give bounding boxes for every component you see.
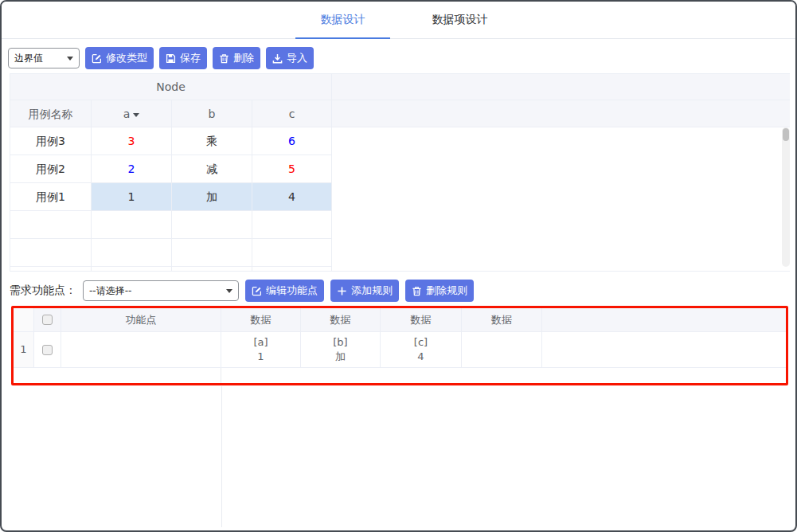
table-row-empty[interactable]	[10, 211, 790, 239]
column-header-feature-point: 功能点	[61, 308, 221, 331]
highlight-annotation-box: 功能点 数据 数据 数据 数据 1 [a] 1 [b] 加	[11, 306, 788, 385]
cell-empty	[172, 267, 252, 272]
edit-feature-point-button[interactable]: 编辑功能点	[245, 280, 324, 302]
cell-empty[interactable]	[10, 211, 92, 239]
cases-table: Node 用例名称 a b c 用例3 3 乘 6 用例2 2 减 5 用例1 …	[10, 73, 790, 272]
column-header-c: c	[252, 100, 332, 127]
select-all-cell	[34, 308, 61, 331]
cell-empty[interactable]	[172, 239, 252, 267]
cell-data-empty[interactable]	[462, 332, 542, 367]
import-icon	[272, 53, 283, 64]
cell-empty[interactable]	[252, 211, 332, 239]
table-row[interactable]: 用例2 2 减 5	[10, 155, 790, 183]
cell-data-a-key: [a]	[253, 335, 268, 350]
cell-b[interactable]: 乘	[172, 127, 252, 155]
sort-caret-icon[interactable]	[133, 113, 139, 117]
cell-b[interactable]: 加	[172, 183, 252, 211]
table-row-empty	[10, 267, 790, 272]
cell-case-name[interactable]: 用例2	[10, 155, 92, 183]
row-number-header	[14, 308, 34, 331]
column-header-a[interactable]: a	[92, 100, 172, 127]
cell-c[interactable]: 5	[252, 155, 332, 183]
table-row-selected[interactable]: 用例1 1 加 4	[10, 183, 790, 211]
chevron-down-icon	[226, 289, 232, 293]
app-window: 数据设计 数据项设计 边界值 修改类型 保存 删除 导入 Node	[0, 0, 797, 532]
cell-data-b[interactable]: [b] 加	[301, 332, 381, 367]
cell-feature-point[interactable]	[61, 332, 221, 367]
save-label: 保存	[180, 51, 201, 65]
cases-table-group-header: Node	[10, 73, 790, 100]
row-filler	[542, 332, 786, 367]
import-label: 导入	[287, 51, 307, 65]
header-filler	[542, 308, 786, 331]
cases-table-body: 用例3 3 乘 6 用例2 2 减 5 用例1 1 加 4	[10, 127, 790, 272]
delete-button[interactable]: 删除	[213, 47, 260, 69]
scrollbar-thumb[interactable]	[783, 128, 789, 141]
rules-table-header: 功能点 数据 数据 数据 数据	[14, 308, 786, 332]
trash-icon	[219, 53, 229, 64]
cell-empty[interactable]	[10, 239, 92, 267]
cell-data-b-key: [b]	[333, 335, 347, 350]
row-checkbox-cell	[34, 332, 61, 367]
table-row-empty[interactable]	[10, 239, 790, 267]
rules-table: 功能点 数据 数据 数据 数据 1 [a] 1 [b] 加	[14, 308, 786, 383]
cell-case-name[interactable]: 用例1	[10, 183, 92, 211]
edit-type-button[interactable]: 修改类型	[85, 47, 154, 69]
edit-type-label: 修改类型	[106, 51, 147, 65]
cell-data-a[interactable]: [a] 1	[221, 332, 301, 367]
cell-data-c[interactable]: [c] 4	[381, 332, 462, 367]
column-header-b: b	[172, 100, 252, 127]
column-divider	[221, 386, 222, 527]
column-divider	[221, 368, 221, 383]
cases-table-column-header: 用例名称 a b c	[10, 100, 790, 127]
cell-a[interactable]: 2	[92, 155, 172, 183]
type-select-value: 边界值	[14, 52, 43, 65]
rules-toolbar: 需求功能点： --请选择-- 编辑功能点 添加规则 删除规则	[10, 280, 474, 302]
add-rule-button[interactable]: 添加规则	[330, 280, 399, 302]
column-header-data: 数据	[221, 308, 301, 331]
cell-c[interactable]: 4	[252, 183, 332, 211]
type-select[interactable]: 边界值	[8, 48, 80, 68]
cell-a[interactable]: 3	[92, 127, 172, 155]
row-number: 1	[14, 332, 34, 367]
column-a-label: a	[123, 108, 131, 120]
cell-data-a-value: 1	[257, 350, 264, 364]
plus-icon	[337, 286, 347, 296]
edit-icon	[252, 286, 262, 296]
column-header-data: 数据	[381, 308, 462, 331]
table-row[interactable]: 用例3 3 乘 6	[10, 127, 790, 155]
feature-point-select-value: --请选择--	[89, 284, 131, 298]
cell-b[interactable]: 减	[172, 155, 252, 183]
cell-c[interactable]: 6	[252, 127, 332, 155]
cell-empty[interactable]	[92, 239, 172, 267]
edit-feature-point-label: 编辑功能点	[266, 284, 318, 298]
column-header-data: 数据	[462, 308, 542, 331]
select-all-checkbox[interactable]	[42, 315, 53, 325]
delete-label: 删除	[233, 51, 254, 65]
vertical-scrollbar[interactable]	[782, 127, 790, 267]
edit-icon	[92, 53, 102, 64]
rule-row[interactable]: 1 [a] 1 [b] 加 [c] 4	[14, 332, 786, 368]
tab-data-design[interactable]: 数据设计	[295, 2, 390, 39]
feature-point-select[interactable]: --请选择--	[83, 280, 239, 301]
import-button[interactable]: 导入	[266, 47, 314, 69]
cell-empty	[92, 267, 172, 272]
row-checkbox[interactable]	[42, 345, 53, 355]
cell-empty[interactable]	[252, 239, 332, 267]
feature-point-label: 需求功能点：	[10, 284, 76, 298]
column-header-name: 用例名称	[10, 100, 92, 127]
cell-data-b-value: 加	[335, 350, 346, 364]
trash-icon	[412, 286, 422, 296]
cell-a[interactable]: 1	[92, 183, 172, 211]
delete-rule-label: 删除规则	[426, 284, 467, 298]
cell-data-c-value: 4	[417, 350, 424, 364]
cell-empty[interactable]	[172, 211, 252, 239]
tab-data-item-design[interactable]: 数据项设计	[412, 2, 507, 39]
cell-case-name[interactable]: 用例3	[10, 127, 92, 155]
save-button[interactable]: 保存	[159, 47, 207, 69]
cell-empty[interactable]	[92, 211, 172, 239]
chevron-down-icon	[67, 57, 73, 61]
tab-bar: 数据设计 数据项设计	[2, 2, 795, 39]
delete-rule-button[interactable]: 删除规则	[405, 280, 474, 302]
cell-data-c-key: [c]	[414, 335, 428, 350]
